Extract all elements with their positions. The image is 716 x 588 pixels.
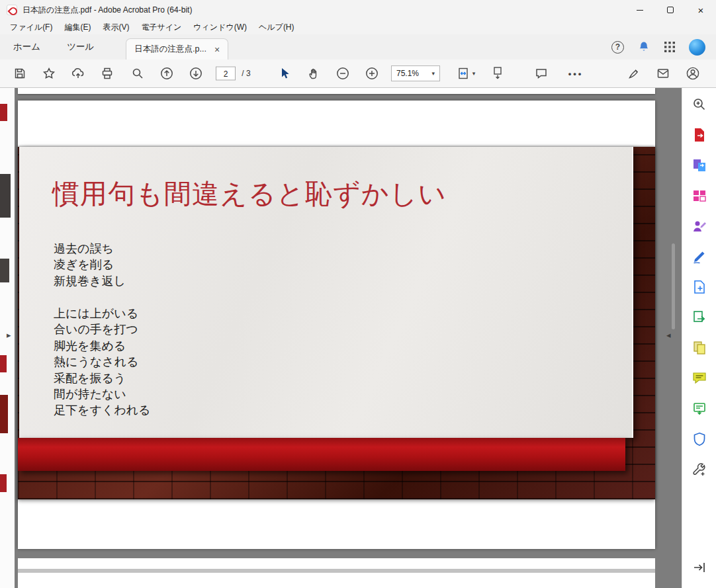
cursor-arrow-icon: [279, 67, 291, 80]
email-button[interactable]: [656, 67, 670, 79]
save-button[interactable]: [13, 67, 26, 80]
print-button[interactable]: [101, 67, 114, 80]
zoom-level-value: 75.1%: [396, 69, 419, 78]
convert-pages-icon: [692, 157, 707, 173]
hand-icon: [307, 67, 320, 80]
tool-convert-pages[interactable]: [688, 153, 711, 177]
tool-search-zoom[interactable]: [688, 93, 711, 116]
plus-circle-icon: [365, 66, 379, 81]
comment-bubble-icon: [535, 67, 548, 80]
chevron-down-icon: ▾: [431, 70, 435, 77]
previous-page-button[interactable]: [159, 66, 174, 81]
slide-line: 脚光を集める: [54, 338, 151, 354]
select-tool-button[interactable]: [279, 67, 291, 80]
cloud-upload-icon: [71, 67, 85, 80]
arrow-up-circle-icon: [159, 66, 174, 81]
apps-grid-button[interactable]: [664, 41, 676, 53]
grid-icon: [664, 41, 676, 53]
minus-circle-icon: [336, 66, 350, 81]
menu-view[interactable]: 表示(V): [97, 22, 135, 33]
save-icon: [13, 67, 26, 80]
vertical-scrollbar-thumb[interactable]: [672, 243, 675, 329]
tool-protect[interactable]: [688, 427, 711, 451]
tab-tools[interactable]: ツール: [54, 41, 107, 53]
print-icon: [101, 67, 114, 80]
tool-request-signatures[interactable]: [688, 214, 711, 238]
page-number-input[interactable]: [216, 67, 236, 81]
tool-copy-pages[interactable]: [688, 336, 711, 360]
acrobat-logo-icon: [7, 5, 17, 15]
zoom-search-icon: [692, 97, 707, 112]
minimize-button[interactable]: [625, 0, 655, 20]
tool-comment[interactable]: [688, 366, 711, 390]
find-button[interactable]: [131, 67, 144, 80]
open-tools-panel-button[interactable]: [688, 556, 711, 579]
slide-text-block-1: 過去の誤ち 凌ぎを削る 新規巻き返し: [54, 241, 126, 289]
profile-button[interactable]: [686, 66, 700, 81]
arrow-to-bar-icon: [692, 560, 707, 575]
tab-close-icon[interactable]: ×: [214, 45, 220, 54]
menu-help[interactable]: ヘルプ(H): [253, 22, 300, 33]
page-1-bottom-edge: [18, 88, 655, 94]
request-signature-icon: [692, 218, 707, 234]
help-button[interactable]: ?: [611, 41, 624, 54]
menu-window[interactable]: ウィンドウ(W): [187, 22, 253, 33]
close-button[interactable]: ×: [686, 0, 716, 20]
page-fragment: [0, 474, 7, 492]
maximize-button[interactable]: [655, 0, 686, 20]
share-cloud-button[interactable]: [71, 67, 85, 80]
menu-edit[interactable]: 編集(E): [58, 22, 97, 33]
slide-line: 足下をすくわれる: [54, 402, 151, 418]
slide-title: 慣用句も間違えると恥ずかしい: [52, 176, 447, 212]
pdf-page-2: 慣用句も間違えると恥ずかしい 過去の誤ち 凌ぎを削る 新規巻き返し 上には上がい…: [18, 101, 655, 549]
pencil-icon: [692, 249, 707, 265]
zoom-out-button[interactable]: [336, 66, 350, 81]
tool-scan-ocr[interactable]: [688, 397, 711, 421]
account-avatar[interactable]: [689, 39, 705, 56]
comment-button[interactable]: [535, 67, 548, 80]
tab-home[interactable]: ホーム: [0, 41, 54, 53]
document-toolbar: / 3 75.1% ▾ ▾ •••: [0, 60, 716, 88]
pdf-page-3-top-edge: [18, 558, 655, 588]
tool-create-pdf[interactable]: [688, 275, 711, 299]
tool-organize-pages[interactable]: [688, 184, 711, 208]
page-fragment: [0, 355, 7, 372]
favorite-button[interactable]: [42, 67, 56, 80]
tool-draw-markup[interactable]: [688, 245, 711, 269]
collapse-right-panel-arrow[interactable]: ◂: [666, 330, 671, 340]
slide-line: 熱にうなされる: [54, 354, 151, 370]
notifications-button[interactable]: [637, 40, 650, 54]
menu-esign[interactable]: 電子サイン: [135, 22, 187, 33]
tool-more-tools[interactable]: [688, 458, 711, 482]
page-fragment: [0, 104, 7, 121]
star-icon: [42, 67, 56, 80]
page-fragment: [0, 259, 9, 282]
bell-icon: [637, 40, 650, 54]
tool-export-convert[interactable]: [688, 306, 711, 329]
shield-icon: [692, 431, 707, 447]
sign-pen-button[interactable]: [627, 67, 641, 80]
expand-left-panel-arrow[interactable]: ▸: [7, 330, 11, 340]
signature-pen-icon: [627, 67, 641, 80]
tool-export-pdf[interactable]: [688, 123, 711, 147]
fit-width-button[interactable]: [457, 67, 470, 80]
zoom-level-select[interactable]: 75.1% ▾: [391, 65, 440, 81]
next-page-button[interactable]: [189, 66, 203, 81]
fit-options-caret[interactable]: ▾: [472, 70, 476, 77]
menu-file[interactable]: ファイル(F): [4, 22, 58, 33]
more-tools-button[interactable]: •••: [568, 69, 584, 79]
tab-document[interactable]: 日本語の注意点.p... ×: [126, 38, 228, 60]
page-fragment: [0, 174, 11, 218]
page-3-band: [18, 569, 655, 573]
slide-text-block-2: 上には上がいる 合いの手を打つ 脚光を集める 熱にうなされる 采配を振るう 間が…: [54, 306, 151, 419]
wrench-icon: [692, 462, 707, 478]
slide-line: 間が持たない: [54, 386, 151, 402]
person-icon: [686, 66, 700, 81]
copy-pages-icon: [692, 340, 707, 356]
fit-width-icon: [457, 67, 470, 80]
page-total-label: / 3: [242, 69, 250, 78]
hand-tool-button[interactable]: [307, 67, 320, 80]
page-display-button[interactable]: [491, 66, 504, 81]
slide-line: 采配を振るう: [54, 370, 151, 386]
zoom-in-button[interactable]: [365, 66, 379, 81]
